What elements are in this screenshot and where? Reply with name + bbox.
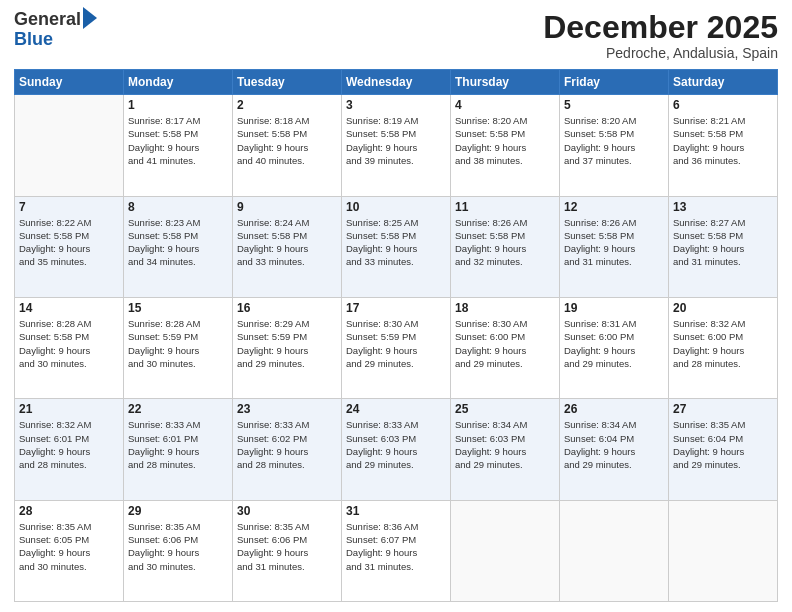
day-info: Sunrise: 8:35 AM Sunset: 6:06 PM Dayligh… [237, 520, 337, 573]
day-info: Sunrise: 8:18 AM Sunset: 5:58 PM Dayligh… [237, 114, 337, 167]
table-row: 4Sunrise: 8:20 AM Sunset: 5:58 PM Daylig… [451, 95, 560, 196]
table-row: 5Sunrise: 8:20 AM Sunset: 5:58 PM Daylig… [560, 95, 669, 196]
day-info: Sunrise: 8:22 AM Sunset: 5:58 PM Dayligh… [19, 216, 119, 269]
table-row [560, 500, 669, 601]
day-info: Sunrise: 8:35 AM Sunset: 6:04 PM Dayligh… [673, 418, 773, 471]
header-tuesday: Tuesday [233, 70, 342, 95]
day-info: Sunrise: 8:20 AM Sunset: 5:58 PM Dayligh… [455, 114, 555, 167]
calendar-week-row: 7Sunrise: 8:22 AM Sunset: 5:58 PM Daylig… [15, 196, 778, 297]
table-row: 24Sunrise: 8:33 AM Sunset: 6:03 PM Dayli… [342, 399, 451, 500]
day-info: Sunrise: 8:25 AM Sunset: 5:58 PM Dayligh… [346, 216, 446, 269]
day-info: Sunrise: 8:20 AM Sunset: 5:58 PM Dayligh… [564, 114, 664, 167]
table-row: 18Sunrise: 8:30 AM Sunset: 6:00 PM Dayli… [451, 297, 560, 398]
logo-text: General Blue [14, 10, 97, 50]
day-number: 11 [455, 200, 555, 214]
header-monday: Monday [124, 70, 233, 95]
day-info: Sunrise: 8:26 AM Sunset: 5:58 PM Dayligh… [455, 216, 555, 269]
day-number: 13 [673, 200, 773, 214]
table-row: 14Sunrise: 8:28 AM Sunset: 5:58 PM Dayli… [15, 297, 124, 398]
day-info: Sunrise: 8:32 AM Sunset: 6:00 PM Dayligh… [673, 317, 773, 370]
day-number: 10 [346, 200, 446, 214]
table-row: 12Sunrise: 8:26 AM Sunset: 5:58 PM Dayli… [560, 196, 669, 297]
logo-arrow-icon [83, 7, 97, 29]
day-info: Sunrise: 8:31 AM Sunset: 6:00 PM Dayligh… [564, 317, 664, 370]
day-info: Sunrise: 8:33 AM Sunset: 6:01 PM Dayligh… [128, 418, 228, 471]
calendar-week-row: 14Sunrise: 8:28 AM Sunset: 5:58 PM Dayli… [15, 297, 778, 398]
day-info: Sunrise: 8:32 AM Sunset: 6:01 PM Dayligh… [19, 418, 119, 471]
day-number: 2 [237, 98, 337, 112]
day-number: 17 [346, 301, 446, 315]
day-number: 25 [455, 402, 555, 416]
table-row: 23Sunrise: 8:33 AM Sunset: 6:02 PM Dayli… [233, 399, 342, 500]
table-row: 29Sunrise: 8:35 AM Sunset: 6:06 PM Dayli… [124, 500, 233, 601]
table-row: 17Sunrise: 8:30 AM Sunset: 5:59 PM Dayli… [342, 297, 451, 398]
day-info: Sunrise: 8:30 AM Sunset: 6:00 PM Dayligh… [455, 317, 555, 370]
day-number: 30 [237, 504, 337, 518]
table-row [451, 500, 560, 601]
table-row: 13Sunrise: 8:27 AM Sunset: 5:58 PM Dayli… [669, 196, 778, 297]
day-info: Sunrise: 8:30 AM Sunset: 5:59 PM Dayligh… [346, 317, 446, 370]
table-row: 31Sunrise: 8:36 AM Sunset: 6:07 PM Dayli… [342, 500, 451, 601]
day-info: Sunrise: 8:33 AM Sunset: 6:03 PM Dayligh… [346, 418, 446, 471]
logo-blue: Blue [14, 30, 97, 50]
logo: General Blue [14, 10, 97, 50]
day-number: 26 [564, 402, 664, 416]
table-row: 7Sunrise: 8:22 AM Sunset: 5:58 PM Daylig… [15, 196, 124, 297]
day-info: Sunrise: 8:27 AM Sunset: 5:58 PM Dayligh… [673, 216, 773, 269]
day-info: Sunrise: 8:19 AM Sunset: 5:58 PM Dayligh… [346, 114, 446, 167]
day-info: Sunrise: 8:17 AM Sunset: 5:58 PM Dayligh… [128, 114, 228, 167]
header-sunday: Sunday [15, 70, 124, 95]
table-row: 28Sunrise: 8:35 AM Sunset: 6:05 PM Dayli… [15, 500, 124, 601]
day-number: 5 [564, 98, 664, 112]
header-wednesday: Wednesday [342, 70, 451, 95]
day-info: Sunrise: 8:28 AM Sunset: 5:58 PM Dayligh… [19, 317, 119, 370]
day-number: 4 [455, 98, 555, 112]
page-container: General Blue December 2025 Pedroche, And… [0, 0, 792, 612]
table-row: 9Sunrise: 8:24 AM Sunset: 5:58 PM Daylig… [233, 196, 342, 297]
day-number: 14 [19, 301, 119, 315]
day-info: Sunrise: 8:36 AM Sunset: 6:07 PM Dayligh… [346, 520, 446, 573]
header-friday: Friday [560, 70, 669, 95]
day-info: Sunrise: 8:35 AM Sunset: 6:05 PM Dayligh… [19, 520, 119, 573]
table-row: 8Sunrise: 8:23 AM Sunset: 5:58 PM Daylig… [124, 196, 233, 297]
day-number: 1 [128, 98, 228, 112]
table-row [669, 500, 778, 601]
day-number: 21 [19, 402, 119, 416]
table-row: 15Sunrise: 8:28 AM Sunset: 5:59 PM Dayli… [124, 297, 233, 398]
day-info: Sunrise: 8:29 AM Sunset: 5:59 PM Dayligh… [237, 317, 337, 370]
month-title: December 2025 [543, 10, 778, 45]
day-number: 18 [455, 301, 555, 315]
day-info: Sunrise: 8:34 AM Sunset: 6:03 PM Dayligh… [455, 418, 555, 471]
table-row: 11Sunrise: 8:26 AM Sunset: 5:58 PM Dayli… [451, 196, 560, 297]
day-number: 15 [128, 301, 228, 315]
title-area: December 2025 Pedroche, Andalusia, Spain [543, 10, 778, 61]
table-row: 27Sunrise: 8:35 AM Sunset: 6:04 PM Dayli… [669, 399, 778, 500]
table-row [15, 95, 124, 196]
day-number: 3 [346, 98, 446, 112]
day-number: 31 [346, 504, 446, 518]
day-info: Sunrise: 8:24 AM Sunset: 5:58 PM Dayligh… [237, 216, 337, 269]
table-row: 16Sunrise: 8:29 AM Sunset: 5:59 PM Dayli… [233, 297, 342, 398]
day-number: 28 [19, 504, 119, 518]
day-info: Sunrise: 8:33 AM Sunset: 6:02 PM Dayligh… [237, 418, 337, 471]
day-info: Sunrise: 8:28 AM Sunset: 5:59 PM Dayligh… [128, 317, 228, 370]
location: Pedroche, Andalusia, Spain [543, 45, 778, 61]
calendar-week-row: 28Sunrise: 8:35 AM Sunset: 6:05 PM Dayli… [15, 500, 778, 601]
day-number: 20 [673, 301, 773, 315]
table-row: 1Sunrise: 8:17 AM Sunset: 5:58 PM Daylig… [124, 95, 233, 196]
calendar-table: Sunday Monday Tuesday Wednesday Thursday… [14, 69, 778, 602]
logo-general: General [14, 10, 81, 30]
day-number: 29 [128, 504, 228, 518]
day-number: 16 [237, 301, 337, 315]
table-row: 21Sunrise: 8:32 AM Sunset: 6:01 PM Dayli… [15, 399, 124, 500]
table-row: 2Sunrise: 8:18 AM Sunset: 5:58 PM Daylig… [233, 95, 342, 196]
table-row: 6Sunrise: 8:21 AM Sunset: 5:58 PM Daylig… [669, 95, 778, 196]
header-saturday: Saturday [669, 70, 778, 95]
day-number: 24 [346, 402, 446, 416]
day-number: 27 [673, 402, 773, 416]
table-row: 30Sunrise: 8:35 AM Sunset: 6:06 PM Dayli… [233, 500, 342, 601]
calendar-header-row: Sunday Monday Tuesday Wednesday Thursday… [15, 70, 778, 95]
table-row: 20Sunrise: 8:32 AM Sunset: 6:00 PM Dayli… [669, 297, 778, 398]
day-number: 7 [19, 200, 119, 214]
day-number: 23 [237, 402, 337, 416]
